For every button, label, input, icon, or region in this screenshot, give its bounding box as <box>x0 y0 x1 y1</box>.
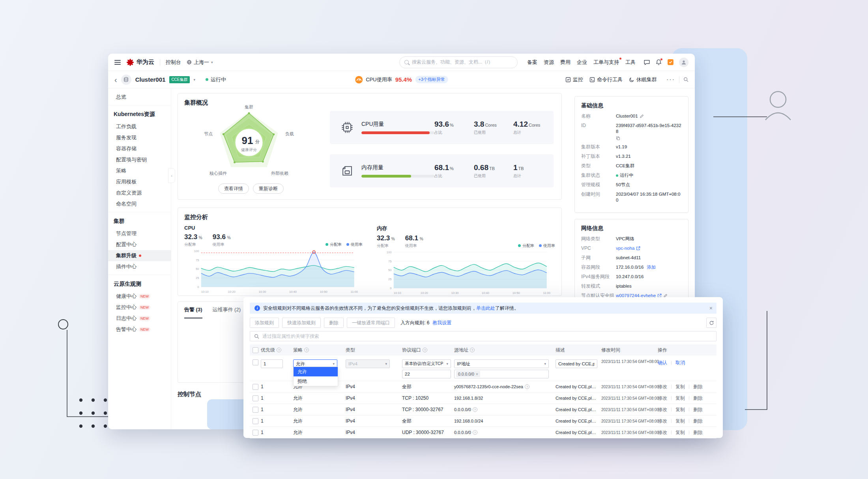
legend-item[interactable]: 分配率 <box>518 243 534 249</box>
sidebar-item[interactable]: 服务发现 <box>108 132 171 143</box>
copy-link[interactable]: 复制 <box>675 429 685 436</box>
toolbar-button[interactable]: 添加规则 <box>250 318 279 328</box>
copy-link[interactable]: 复制 <box>675 418 685 425</box>
row-checkbox[interactable] <box>253 395 258 401</box>
notifications[interactable] <box>655 59 662 65</box>
topnav-link[interactable]: 工单与支持 <box>593 59 619 66</box>
view-details-button[interactable]: 查看详情 <box>218 183 249 194</box>
sidebar-item[interactable]: 配置中心 <box>108 239 171 250</box>
external-icon[interactable] <box>636 246 640 251</box>
delete-link[interactable]: 删除 <box>693 429 703 436</box>
topnav-link[interactable]: 备案 <box>527 59 537 66</box>
modify-link[interactable]: 修改 <box>658 429 667 436</box>
delete-link[interactable]: 删除 <box>693 406 703 413</box>
row-checkbox[interactable] <box>253 384 258 390</box>
priority-input[interactable] <box>261 359 283 368</box>
teach-me-link[interactable]: 教我设置 <box>432 320 451 326</box>
chevron-down-icon[interactable]: ▾ <box>194 78 196 82</box>
add-link[interactable]: 添加 <box>647 264 656 270</box>
help-icon[interactable]: ? <box>304 348 309 352</box>
rules-search[interactable]: 通过指定属性的关键字搜索 <box>250 331 716 341</box>
tab-events[interactable]: 运维事件 (2) <box>213 302 241 318</box>
edit-icon[interactable] <box>640 114 644 118</box>
tab-alarms[interactable]: 告警 (3) <box>184 302 202 318</box>
toolbar-button[interactable]: 快速添加规则 <box>282 318 321 328</box>
sidebar-item[interactable]: 配置项与密钥 <box>108 154 171 165</box>
delete-link[interactable]: 删除 <box>693 395 703 402</box>
global-search[interactable]: 搜索云服务、功能、资源、文档...（/） <box>399 56 518 68</box>
table-row[interactable]: 1允许IPv4TCP : 30000-327670.0.0.0/0?Create… <box>250 404 716 415</box>
action-terminal[interactable]: 命令行工具 <box>589 76 623 83</box>
topnav-link[interactable]: 工具 <box>625 59 636 66</box>
info-value[interactable]: vpc-noha <box>616 245 640 251</box>
help-icon[interactable]: ? <box>473 430 477 435</box>
toolbar-button[interactable]: 删除 <box>324 318 344 328</box>
menu-icon[interactable] <box>114 60 121 65</box>
port-input[interactable] <box>402 370 451 378</box>
sidebar-item[interactable]: 策略 <box>108 165 171 176</box>
action-monitor[interactable]: 监控 <box>565 76 583 83</box>
legend-item[interactable]: 使用率 <box>539 243 555 249</box>
legend-item[interactable]: 分配率 <box>326 242 342 247</box>
avatar[interactable] <box>679 58 688 67</box>
copy-link[interactable]: 复制 <box>675 406 685 413</box>
source-type-select[interactable]: IP地址▾ <box>454 359 549 368</box>
row-checkbox[interactable] <box>253 430 258 436</box>
sidebar-item[interactable]: 插件中心 <box>108 261 171 272</box>
sidebar-item[interactable]: 工作负载 <box>108 121 171 132</box>
sidebar-item[interactable]: 监控中心NEW <box>108 302 171 313</box>
protocol-select[interactable]: 基本协议/自定义TCP▾ <box>402 359 451 368</box>
dropdown-option[interactable]: 拒绝 <box>294 376 338 386</box>
delete-link[interactable]: 删除 <box>693 384 703 390</box>
modify-link[interactable]: 修改 <box>658 395 667 402</box>
table-row[interactable]: 1允许IPv4UDP : 30000-327670.0.0.0/0?Create… <box>250 427 716 438</box>
banner-link[interactable]: 单击此处 <box>476 305 495 311</box>
chat-icon[interactable] <box>644 59 650 65</box>
apps-icon[interactable] <box>667 59 674 65</box>
help-icon[interactable]: ? <box>525 384 529 389</box>
table-row[interactable]: 1允许IPv4全部192.168.0.0/24Created by CCE,pl… <box>250 415 716 427</box>
copy-icon[interactable] <box>616 136 620 140</box>
sidebar-item[interactable]: 健康中心NEW <box>108 291 171 302</box>
sidebar-collapse-handle[interactable]: ‹ <box>168 168 175 183</box>
console-link[interactable]: 控制台 <box>166 59 181 66</box>
table-row[interactable]: 1允许IPv4TCP : 10250192.168.1.8/32Created … <box>250 393 716 404</box>
remove-tag-icon[interactable]: × <box>476 372 478 376</box>
sidebar-item[interactable]: 节点管理 <box>108 228 171 239</box>
toolbar-button[interactable]: 一键放通常用端口 <box>347 318 395 328</box>
modify-link[interactable]: 修改 <box>658 406 667 413</box>
topnav-link[interactable]: 费用 <box>560 59 571 66</box>
cancel-link[interactable]: 取消 <box>675 359 685 366</box>
sidebar-item[interactable]: 容器存储 <box>108 143 171 154</box>
row-checkbox[interactable] <box>253 359 258 365</box>
sidebar-item[interactable]: 自定义资源 <box>108 187 171 198</box>
legend-item[interactable]: 使用率 <box>346 242 363 247</box>
modify-link[interactable]: 修改 <box>658 418 667 425</box>
region-selector[interactable]: 上海一 ▾ <box>187 59 213 66</box>
more-icon[interactable]: ··· <box>666 76 675 83</box>
topnav-link[interactable]: 企业 <box>577 59 587 66</box>
help-icon[interactable]: ? <box>470 348 475 352</box>
row-checkbox[interactable] <box>253 418 258 424</box>
action-sleep[interactable]: 休眠集群 <box>629 76 657 83</box>
help-icon[interactable]: ? <box>423 348 427 352</box>
delete-link[interactable]: 删除 <box>693 418 703 425</box>
description-input[interactable] <box>556 359 597 368</box>
huawei-logo[interactable]: 华为云 <box>126 58 154 66</box>
select-all-checkbox[interactable] <box>253 347 258 353</box>
sidebar-item[interactable]: 总览 <box>108 92 171 103</box>
anomaly-badge[interactable]: +3个指标异常 <box>415 76 448 83</box>
help-icon[interactable]: ? <box>473 407 477 412</box>
close-icon[interactable]: × <box>709 305 713 311</box>
sidebar-item[interactable]: 集群升级 <box>108 250 171 261</box>
sidebar-item[interactable]: 应用模板 <box>108 176 171 187</box>
sidebar-item[interactable]: 命名空间 <box>108 198 171 210</box>
sidebar-item[interactable]: 日志中心NEW <box>108 313 171 324</box>
confirm-link[interactable]: 确认 <box>658 359 667 366</box>
row-checkbox[interactable] <box>253 407 258 413</box>
help-icon[interactable]: ? <box>277 348 281 352</box>
sidebar-item[interactable]: 告警中心NEW <box>108 324 171 335</box>
header-search-icon[interactable] <box>683 77 688 82</box>
refresh-button[interactable] <box>706 318 716 328</box>
rediagnose-button[interactable]: 重新诊断 <box>253 183 284 194</box>
